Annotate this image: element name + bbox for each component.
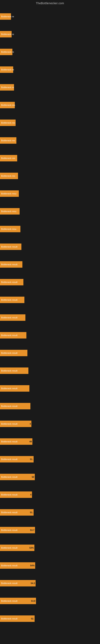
bar-value: 49 [29,440,32,443]
bar-row: Bottleneck res [0,96,100,114]
bar-label: Bottleneck result [0,617,18,620]
bar-label: Bottleneck result [0,528,18,532]
bar-row: 50Bottleneck result [0,468,100,486]
bar-row: Bottleneck result [0,256,100,273]
bar-label: Bottleneck result [0,387,18,390]
bar-row: Bottleneck result [0,362,100,380]
bar-row: 49Bottleneck result [0,433,100,450]
bar-row: 53.7Bottleneck result [0,521,100,539]
bar-label: Bottleneck re [0,32,15,36]
bar-label: Bottleneck result [0,352,18,354]
bar-label: Bottleneck result [0,475,18,478]
bar-label: Bottleneck re [0,86,15,89]
bar-row: Bottleneck re [0,43,100,61]
bar-row: 51.Bottleneck result [0,504,100,521]
bar-value: 52. [31,618,35,620]
bar-row: 53%Bottleneck result [0,539,100,557]
bar-row: Bottleneck re [0,25,100,43]
bar-label: Bottleneck re [0,68,15,71]
bar-label: Bottleneck result [0,511,18,514]
bar-label: Bottleneck result [0,493,18,496]
bar-row: Bottleneck res [0,132,100,149]
bar-row: 4Bottleneck result [0,486,100,504]
bar-label: Bottleneck result [0,440,18,443]
bar-label: Bottleneck result [0,245,18,248]
bar-row: Bottleneck res [0,114,100,132]
bar-label: Bottleneck result [0,369,18,372]
bar-label: Bottleneck res [0,174,16,178]
bar-value: 51. [30,458,34,460]
bar-label: Bottleneck result [0,404,18,408]
bar-row: Bottleneck re [0,61,100,78]
bar-label: Bottleneck res [0,121,16,124]
bar-label: Bottleneck re [0,50,15,54]
bar-row: Bottleneck re [0,8,100,25]
bar-row: 54.3Bottleneck result [0,574,100,592]
bar-row: Bottleneck resu [0,202,100,220]
bar-row: Bottleneck result [0,309,100,326]
bar-label: Bottleneck result [0,564,18,567]
bar-label: Bottleneck resu [0,210,17,213]
bar-value: 53% [29,546,34,549]
bar-value: 53.7 [30,529,35,531]
bar-row: Bottleneck result [0,273,100,291]
bar-row: 54%Bottleneck result [0,557,100,574]
bar-row: 51.Bottleneck result [0,450,100,468]
bar-value: 51. [30,511,34,514]
bar-label: Bottleneck result [0,298,18,302]
bar-label: Bottleneck result [0,599,18,602]
bar-label: Bottleneck result [0,316,18,319]
bar-value: 4 [30,422,31,425]
bar-value: 54% [30,564,35,567]
bar-label: Bottleneck result [0,546,18,550]
bar-label: Bottleneck res [0,139,16,142]
bar-label: Bottleneck result [0,422,18,426]
bar-label: Bottleneck result [0,458,18,461]
bar-row: Bottleneck result [0,326,100,344]
bar-value: 54.8 [31,600,36,602]
bar-label: Bottleneck resu [0,228,17,231]
bar-label: Bottleneck result [0,280,18,284]
bar-row: Bottleneck result [0,397,100,415]
site-title: TheBottlenecker.com [0,0,100,6]
bar-row: 54.8Bottleneck result [0,592,100,610]
bar-label: Bottleneck res [0,156,16,160]
bar-row: Bottleneck res [0,149,100,167]
bar-row: Bottleneck re [0,78,100,96]
bar-row: 4Bottleneck result [0,415,100,433]
bar-value: 54.3 [31,582,36,584]
chart-area: Bottleneck reBottleneck reBottleneck reB… [0,6,100,630]
bar-value: 50 [32,476,35,478]
bar-row: Bottleneck result [0,344,100,362]
bar-row: Bottleneck result [0,380,100,397]
bar-label: Bottleneck result [0,334,18,337]
bar-row: Bottleneck res [0,167,100,185]
bar-row: Bottleneck resu [0,220,100,238]
bar-row: Bottleneck result [0,238,100,256]
bar-label: Bottleneck res [0,104,16,107]
bar-label: Bottleneck re [0,15,15,18]
bar-row: Bottleneck result [0,291,100,309]
bar-value: 4 [30,494,32,496]
bar-row: 52.Bottleneck result [0,610,100,628]
bar-row: Bottleneck resu [0,185,100,202]
bar-label: Bottleneck result [0,582,18,585]
bar-label: Bottleneck resu [0,192,17,195]
bar-label: Bottleneck result [0,263,18,266]
